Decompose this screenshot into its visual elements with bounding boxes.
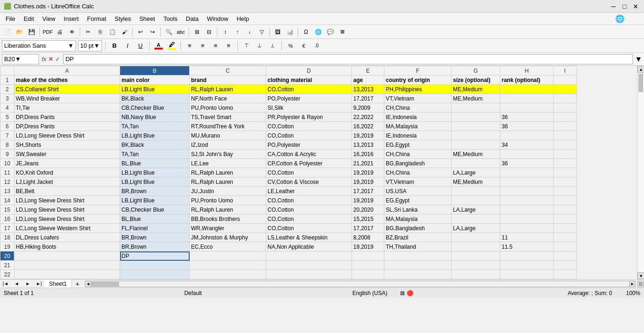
cell-B3[interactable]: BK,Black: [120, 94, 190, 103]
menu-data[interactable]: Data: [182, 14, 202, 23]
row-header[interactable]: 17: [0, 224, 14, 233]
scroll-down-button[interactable]: ▼: [638, 272, 644, 279]
cell-A8[interactable]: SH,Shorts: [14, 140, 120, 150]
cell-D6[interactable]: CO,Cotton: [266, 122, 352, 131]
font-color-button[interactable]: A: [153, 41, 164, 50]
col-header-A[interactable]: A: [14, 66, 120, 75]
cell-A6[interactable]: DP,Dress Pants: [14, 122, 120, 131]
cell-D21[interactable]: [266, 261, 352, 270]
cell-E14[interactable]: 19,2019: [352, 196, 384, 205]
cell-E1[interactable]: age: [352, 75, 384, 85]
search-button[interactable]: 🔍: [163, 26, 174, 38]
add-sheet-button[interactable]: +: [72, 278, 83, 289]
new-button[interactable]: 📄: [2, 26, 13, 38]
col-header-F[interactable]: F: [384, 66, 452, 75]
cell-I22[interactable]: [554, 270, 577, 279]
font-size-selector[interactable]: 10 pt ▼: [78, 40, 102, 51]
menu-file[interactable]: File: [2, 14, 19, 23]
cell-B22[interactable]: [120, 270, 190, 279]
cell-A16[interactable]: LD,Long Sleeve Dress Shirt: [14, 214, 120, 224]
cell-C18[interactable]: JM,Johnston & Murphy: [190, 233, 266, 242]
cell-C5[interactable]: TS,Travel Smart: [190, 113, 266, 122]
cell-C17[interactable]: WR,Wrangler: [190, 224, 266, 233]
cell-B8[interactable]: BK,Black: [120, 140, 190, 150]
tab-scroll-left-start[interactable]: |◄: [0, 278, 11, 289]
cell-G22[interactable]: [452, 270, 500, 279]
cell-C7[interactable]: MU,Murano: [190, 131, 266, 140]
cell-F6[interactable]: MA,Malaysia: [384, 122, 452, 131]
accept-formula-button[interactable]: ✓: [55, 56, 60, 63]
cell-I7[interactable]: [554, 131, 577, 140]
menu-help[interactable]: Help: [233, 14, 253, 23]
cell-H1[interactable]: rank (optional): [500, 75, 554, 85]
cell-G17[interactable]: LA,Large: [452, 224, 500, 233]
cell-H6[interactable]: 36: [500, 122, 554, 131]
top-align-button[interactable]: ⊤: [241, 40, 252, 51]
cell-B7[interactable]: LB,Light Blue: [120, 131, 190, 140]
cell-ref-dropdown[interactable]: ▼: [15, 56, 21, 63]
cell-G3[interactable]: ME,Medium: [452, 94, 500, 103]
scroll-right-button[interactable]: ►: [629, 281, 636, 287]
cell-G18[interactable]: [452, 233, 500, 242]
cell-C15[interactable]: RL,Ralph Lauren: [190, 205, 266, 214]
cell-D1[interactable]: clothing material: [266, 75, 352, 85]
cell-E16[interactable]: 15,2015: [352, 214, 384, 224]
col-header-E[interactable]: E: [352, 66, 384, 75]
cell-A3[interactable]: WB,Wind Breaker: [14, 94, 120, 103]
cell-F11[interactable]: CH,China: [384, 168, 452, 177]
cell-D8[interactable]: PO,Polyester: [266, 140, 352, 150]
cell-G6[interactable]: [452, 122, 500, 131]
cell-A13[interactable]: BE,Belt: [14, 187, 120, 196]
row-header[interactable]: 15: [0, 205, 14, 214]
cell-E5[interactable]: 22,2022: [352, 113, 384, 122]
cell-G9[interactable]: ME,Medium: [452, 150, 500, 159]
cell-F17[interactable]: BG,Bangladesh: [384, 224, 452, 233]
cell-D9[interactable]: CA,Cotton & Acrylic: [266, 150, 352, 159]
cell-D7[interactable]: CO,Cotton: [266, 131, 352, 140]
cell-H5[interactable]: 36: [500, 113, 554, 122]
col-header-I[interactable]: I: [554, 66, 577, 75]
cell-C11[interactable]: RL,Ralph Lauren: [190, 168, 266, 177]
cell-B10[interactable]: BL,Blue: [120, 159, 190, 168]
cell-G5[interactable]: [452, 113, 500, 122]
spreadsheet[interactable]: A B C D E F G H I 1make of the clothesma…: [0, 66, 637, 279]
paste-button[interactable]: 📋: [107, 26, 118, 38]
underline-button[interactable]: U: [135, 40, 146, 51]
cell-D2[interactable]: CO,Cotton: [266, 85, 352, 94]
cell-H19[interactable]: 11.5: [500, 242, 554, 251]
cell-E6[interactable]: 16,2022: [352, 122, 384, 131]
row-header[interactable]: 1: [0, 75, 14, 85]
col-header-B[interactable]: B: [120, 66, 190, 75]
cell-H21[interactable]: [500, 261, 554, 270]
cell-F16[interactable]: MA,Malaysia: [384, 214, 452, 224]
cell-D17[interactable]: CO,Cotton: [266, 224, 352, 233]
cell-G4[interactable]: [452, 103, 500, 113]
cell-G13[interactable]: [452, 187, 500, 196]
cell-G16[interactable]: [452, 214, 500, 224]
cell-I4[interactable]: [554, 103, 577, 113]
cell-E22[interactable]: [352, 270, 384, 279]
cell-D20[interactable]: [266, 251, 352, 261]
cell-A12[interactable]: LJ,Light Jacket: [14, 177, 120, 187]
cell-I15[interactable]: [554, 205, 577, 214]
tab-scroll-left[interactable]: ◄: [11, 278, 22, 289]
cut-button[interactable]: ✂: [83, 26, 94, 38]
hyperlink-button[interactable]: 🌐: [312, 26, 324, 38]
save-button[interactable]: 💾: [26, 26, 37, 38]
cell-C14[interactable]: PU,Pronto Uomo: [190, 196, 266, 205]
cell-H9[interactable]: [500, 150, 554, 159]
cell-B5[interactable]: NB,Navy Blue: [120, 113, 190, 122]
row-header[interactable]: 9: [0, 150, 14, 159]
cell-F19[interactable]: TH,Thailand: [384, 242, 452, 251]
cell-B18[interactable]: BR,Brown: [120, 233, 190, 242]
row-header[interactable]: 7: [0, 131, 14, 140]
cell-B17[interactable]: FL,Flannel: [120, 224, 190, 233]
cell-C3[interactable]: NF,North Face: [190, 94, 266, 103]
menu-styles[interactable]: Styles: [111, 14, 134, 23]
cell-G1[interactable]: size (optional): [452, 75, 500, 85]
table-button[interactable]: ⊞: [191, 26, 203, 38]
align-right-button[interactable]: ≡: [210, 40, 221, 51]
cell-G7[interactable]: [452, 131, 500, 140]
close-button[interactable]: ✕: [631, 2, 640, 11]
cell-E13[interactable]: 17,2017: [352, 187, 384, 196]
